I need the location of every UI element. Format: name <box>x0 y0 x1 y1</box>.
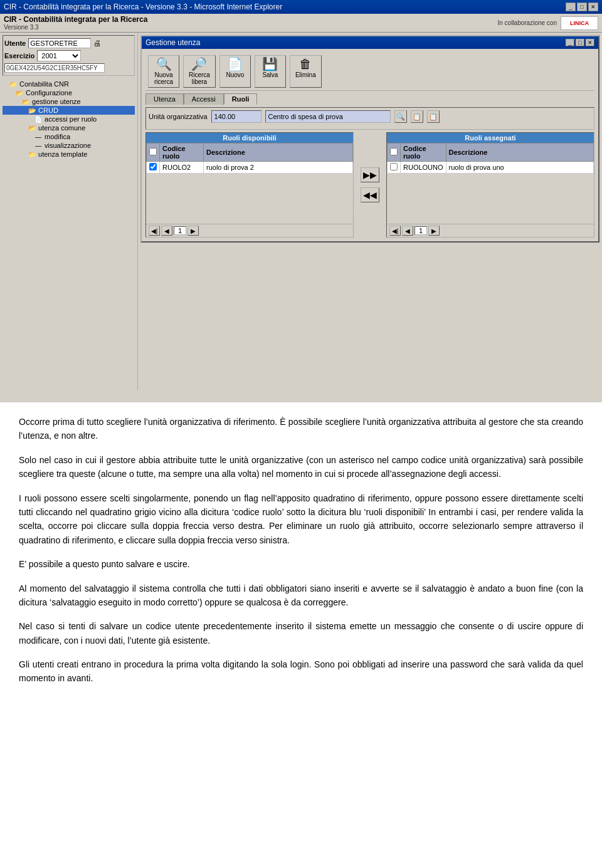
nuovo-icon: 📄 <box>227 58 243 70</box>
main-window: Utente 🖨 Esercizio 2001 0GEX422U54G2C1ER… <box>0 33 602 390</box>
toolbar: 🔍 Nuovaricerca 🔎 Ricercalibera 📄 Nuovo 💾… <box>145 53 594 91</box>
assigned-roles-header-row: Codice ruolo Descrizione <box>388 144 594 162</box>
ricerca-libera-label: Ricercalibera <box>189 71 210 85</box>
folder-icon: 📁 <box>9 81 18 88</box>
folder-icon: 📁 <box>28 151 36 158</box>
unita-desc-input[interactable] <box>265 110 391 123</box>
folder-open-icon: 📂 <box>28 107 36 114</box>
tree-navigation: 📁 Contabilita CNR 📂 Configurazione 📂 ges… <box>3 80 135 159</box>
esercizio-select[interactable]: 2001 <box>37 50 81 61</box>
tree-label: accessi per ruolo <box>45 115 97 123</box>
paragraph-5: Al momento del salvataggio il sistema co… <box>19 582 583 610</box>
sidebar: Utente 🖨 Esercizio 2001 0GEX422U54G2C1ER… <box>0 33 138 390</box>
folder-open-icon: 📂 <box>21 98 30 105</box>
tab-accessi[interactable]: Accessi <box>184 93 224 105</box>
salva-label: Salva <box>262 71 278 78</box>
paragraph-6: Nel caso si tenti di salvare un codice u… <box>19 619 583 647</box>
dialog-close-button[interactable]: ✕ <box>586 39 594 46</box>
esercizio-row: Esercizio 2001 <box>4 50 133 61</box>
dialog-titlebar-buttons: _ □ ✕ <box>566 39 594 46</box>
assigned-roles-table: Codice ruolo Descrizione RUOLOUNO <box>387 143 594 174</box>
user-input[interactable] <box>28 38 91 48</box>
available-next-page-button[interactable]: ▶ <box>187 226 199 236</box>
elimina-label: Elimina <box>295 71 316 78</box>
assigned-first-page-button[interactable]: ◀| <box>389 226 401 236</box>
available-prev-page-button[interactable]: ◀ <box>161 226 172 236</box>
available-role-row[interactable]: RUOLO2 ruolo di prova 2 <box>147 162 353 174</box>
sidebar-item-utenza-comune[interactable]: 📂 utenza comune <box>3 123 135 132</box>
assign-role-button[interactable]: ▶▶ <box>361 167 379 182</box>
unita-code-input[interactable] <box>211 110 261 123</box>
sidebar-item-crud[interactable]: 📂 CRUD <box>3 106 135 115</box>
arrow-column: ▶▶ ◀◀ <box>357 132 383 238</box>
dialog-titlebar: Gestione utenza _ □ ✕ <box>142 36 598 49</box>
assigned-roles-panel: Ruoli assegnati Codice ruolo Descrizione <box>386 132 594 238</box>
available-role-checkbox-cell[interactable] <box>147 162 160 174</box>
session-row: 0GEX422U54G2C1ER35HC5FY <box>4 63 133 73</box>
sidebar-item-visualizzazione[interactable]: — visualizzazione <box>3 141 135 150</box>
elimina-icon: 🗑 <box>299 58 312 70</box>
section-separator <box>0 390 602 402</box>
dialog-body: 🔍 Nuovaricerca 🔎 Ricercalibera 📄 Nuovo 💾… <box>142 49 598 241</box>
content-area: Gestione utenza _ □ ✕ 🔍 Nuovaricerca 🔎 <box>138 33 602 390</box>
assigned-role-checkbox-cell[interactable] <box>388 162 401 174</box>
window-title: CIR - Contabilità integrata per la Ricer… <box>4 3 282 11</box>
sidebar-header: Utente 🖨 Esercizio 2001 0GEX422U54G2C1ER… <box>3 35 135 76</box>
app-version: Versione 3.3 <box>4 24 147 31</box>
folder-open-icon: 📂 <box>28 125 36 132</box>
assigned-role-checkbox[interactable] <box>390 163 398 170</box>
available-check-col-header[interactable] <box>147 144 160 162</box>
assigned-next-page-button[interactable]: ▶ <box>428 226 440 236</box>
available-roles-header-row: Codice ruolo Descrizione <box>147 144 353 162</box>
nuova-ricerca-icon: 🔍 <box>156 58 172 70</box>
paragraph-7: Gli utenti creati entrano in procedura l… <box>19 657 583 686</box>
available-roles-panel: Ruoli disponibili Codice ruolo Descrizio… <box>145 132 354 238</box>
salva-button[interactable]: 💾 Salva <box>255 55 286 88</box>
sidebar-item-accessi-ruolo[interactable]: 📄 accessi per ruolo <box>3 115 135 123</box>
sidebar-item-modifica[interactable]: — modifica <box>3 132 135 141</box>
tree-label: utenza template <box>38 150 87 158</box>
available-role-checkbox[interactable] <box>149 163 157 170</box>
title-bar-buttons: _ □ ✕ <box>566 3 598 11</box>
remove-role-button[interactable]: ◀◀ <box>361 187 379 202</box>
assigned-check-col-header[interactable] <box>388 144 401 162</box>
elimina-button[interactable]: 🗑 Elimina <box>290 55 322 88</box>
close-window-button[interactable]: ✕ <box>588 3 598 11</box>
roles-panels: Ruoli disponibili Codice ruolo Descrizio… <box>145 132 594 238</box>
available-first-page-button[interactable]: ◀| <box>149 226 160 236</box>
nuova-ricerca-button[interactable]: 🔍 Nuovaricerca <box>148 55 179 88</box>
assigned-prev-page-button[interactable]: ◀ <box>402 226 413 236</box>
available-roles-pagination: ◀| ◀ 1 ▶ <box>146 224 353 237</box>
assigned-desc-col-header: Descrizione <box>446 144 593 162</box>
dialog-maximize-button[interactable]: □ <box>576 39 584 46</box>
assigned-role-desc: ruolo di prova uno <box>446 162 593 174</box>
assigned-select-all-checkbox[interactable] <box>390 148 398 155</box>
tree-label: Configurazione <box>26 89 72 97</box>
nuovo-button[interactable]: 📄 Nuovo <box>219 55 251 88</box>
sidebar-item-gestione-utenze[interactable]: 📂 gestione utenze <box>3 97 135 106</box>
available-code-col-header: Codice ruolo <box>160 144 204 162</box>
available-select-all-checkbox[interactable] <box>149 148 157 155</box>
available-page-number: 1 <box>174 226 186 235</box>
ricerca-libera-button[interactable]: 🔎 Ricercalibera <box>183 55 216 88</box>
session-id: 0GEX422U54G2C1ER35HC5FY <box>4 63 105 73</box>
user-row: Utente 🖨 <box>4 38 133 48</box>
minimize-button[interactable]: _ <box>566 3 576 11</box>
unita-browse-button1[interactable]: 📋 <box>411 110 423 123</box>
sidebar-item-configurazione[interactable]: 📂 Configurazione <box>3 88 135 97</box>
assigned-role-code: RUOLOUNO <box>401 162 446 174</box>
unita-browse-button2[interactable]: 📋 <box>427 110 440 123</box>
sidebar-item-contabilita[interactable]: 📁 Contabilita CNR <box>3 80 135 88</box>
unita-label: Unità organizzativa <box>149 113 208 120</box>
assigned-page-number: 1 <box>415 226 427 235</box>
text-content: Occorre prima di tutto scegliere l’unità… <box>0 402 602 708</box>
sidebar-item-utenza-template[interactable]: 📁 utenza template <box>3 150 135 159</box>
dialog-minimize-button[interactable]: _ <box>566 39 574 46</box>
esercizio-label: Esercizio <box>4 52 34 60</box>
gestione-utenza-dialog: Gestione utenza _ □ ✕ 🔍 Nuovaricerca 🔎 <box>140 35 599 243</box>
tab-utenza[interactable]: Utenza <box>145 93 184 105</box>
tab-ruoli[interactable]: Ruoli <box>224 93 258 105</box>
unita-search-button[interactable]: 🔍 <box>394 110 407 123</box>
maximize-button[interactable]: □ <box>577 3 587 11</box>
assigned-role-row[interactable]: RUOLOUNO ruolo di prova uno <box>388 162 594 174</box>
